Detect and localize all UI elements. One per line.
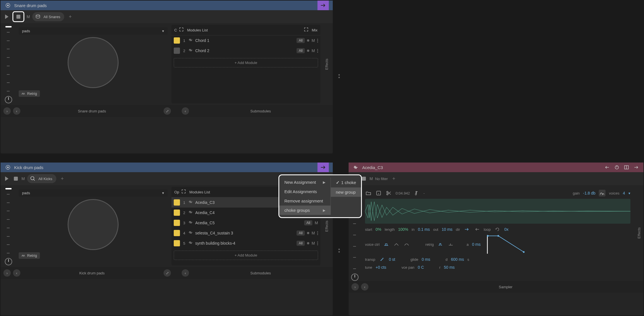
mute-label[interactable]: M: [27, 14, 30, 19]
tune-value[interactable]: +0 cts: [375, 265, 386, 270]
scissors-icon[interactable]: [385, 190, 392, 197]
envelope-display[interactable]: [487, 235, 527, 254]
drum-pad-circle[interactable]: [68, 37, 119, 88]
mute-label[interactable]: M: [22, 176, 25, 181]
module-row-4[interactable]: 4 selesta_C4_sustain 3 All M: [171, 228, 320, 238]
pan-knob[interactable]: [5, 258, 12, 265]
loop-value[interactable]: 0x: [504, 227, 508, 232]
play-icon[interactable]: [3, 13, 10, 20]
module-row-2[interactable]: 2 Chord 2 All M: [171, 46, 320, 56]
grip-icon[interactable]: [317, 39, 318, 42]
sub-back-icon[interactable]: ‹: [182, 269, 189, 277]
pan-knob[interactable]: [351, 274, 359, 281]
d-value[interactable]: 600 ms: [451, 257, 464, 262]
grip-icon[interactable]: [317, 231, 318, 235]
pads-selector[interactable]: pads ▾: [19, 27, 168, 35]
expand-icon[interactable]: [181, 189, 187, 195]
effects-sidebar[interactable]: Effects: [634, 185, 643, 281]
back-arrow-icon[interactable]: [604, 164, 611, 171]
module-row-3[interactable]: 3 Acedia_C5 All M: [171, 218, 320, 228]
power-icon[interactable]: [613, 164, 620, 171]
snare-collapse-arrow[interactable]: [317, 1, 329, 10]
forward-arrow-icon[interactable]: [633, 164, 639, 171]
fader-handle[interactable]: [5, 26, 12, 27]
gain-value[interactable]: -1.8 db: [583, 191, 596, 195]
tag-all-kicks[interactable]: All Kicks: [27, 174, 56, 183]
expand-icon-2[interactable]: [304, 27, 310, 33]
add-module-button[interactable]: + Add Module: [174, 251, 318, 260]
color-swatch[interactable]: [174, 230, 180, 236]
color-swatch[interactable]: [174, 37, 180, 44]
menu-edit-assignments[interactable]: Edit Assignments: [279, 187, 330, 196]
menu-choke-groups[interactable]: choke groups▶: [279, 206, 330, 215]
nav-forward-icon[interactable]: ›: [3, 107, 11, 115]
grip-icon[interactable]: [317, 242, 318, 245]
r-value[interactable]: 50 ms: [444, 265, 455, 270]
retrig-icon-1[interactable]: [437, 241, 444, 248]
retrig-chip[interactable]: Retrig: [19, 252, 40, 259]
waveform-display[interactable]: [365, 199, 630, 224]
menu-remove-assignment[interactable]: Remove assignment: [279, 196, 330, 206]
chevron-down-icon[interactable]: ▾: [628, 191, 630, 195]
module-row-5[interactable]: 5 synth building blocks-4 All M: [171, 238, 320, 248]
pitch-icon[interactable]: [599, 190, 606, 197]
columns-icon[interactable]: [623, 164, 630, 171]
fader-track[interactable]: [5, 29, 12, 94]
length-value[interactable]: 100%: [398, 227, 408, 232]
pads-selector[interactable]: pads ▾: [19, 189, 168, 197]
effects-sidebar[interactable]: Effects: [322, 25, 331, 103]
start-value[interactable]: 0%: [375, 227, 381, 232]
vcepan-value[interactable]: 0 C: [418, 265, 424, 270]
dir-forward-icon[interactable]: [463, 226, 470, 233]
a-value[interactable]: 0 ms: [472, 242, 480, 247]
retrig-chip[interactable]: Retrig: [19, 90, 40, 97]
tag-all-snares[interactable]: All Snares: [32, 12, 64, 21]
sub-back-icon[interactable]: ‹: [182, 107, 189, 115]
color-swatch[interactable]: [174, 199, 180, 206]
in-value[interactable]: 0.1 ms: [418, 227, 430, 232]
color-swatch[interactable]: [174, 240, 180, 246]
kick-collapse-arrow[interactable]: [317, 163, 329, 172]
stop-icon[interactable]: [12, 175, 19, 182]
popout-icon[interactable]: ⤢: [164, 107, 171, 115]
color-swatch[interactable]: [174, 210, 180, 216]
stop-button-selected[interactable]: [12, 11, 24, 22]
out-value[interactable]: 10 ms: [442, 227, 452, 232]
submenu-1-choke[interactable]: ✓1 choke: [331, 178, 361, 187]
retrig-icon-2[interactable]: [447, 241, 454, 248]
voice-ctrl-icon-2[interactable]: [393, 241, 400, 248]
nav-forward-icon[interactable]: ›: [351, 283, 359, 291]
nav-back-icon[interactable]: ‹: [13, 107, 20, 115]
color-swatch[interactable]: [174, 220, 180, 226]
resize-handle[interactable]: [338, 74, 340, 78]
info-icon[interactable]: [375, 190, 382, 197]
fader-handle[interactable]: [5, 188, 12, 189]
popout-icon[interactable]: ⤢: [164, 269, 171, 277]
filter-label[interactable]: No filter: [375, 177, 388, 181]
add-tag-button[interactable]: +: [66, 14, 74, 20]
nav-back-icon[interactable]: ‹: [13, 269, 20, 277]
voice-ctrl-icon-3[interactable]: [403, 241, 410, 248]
nav-forward-icon[interactable]: ›: [3, 269, 11, 277]
color-swatch[interactable]: [174, 48, 180, 54]
menu-new-assignment[interactable]: New Assignment▶: [279, 178, 330, 187]
module-row-1[interactable]: 1 Chord 1 All M: [171, 35, 320, 46]
add-module-button[interactable]: + Add Module: [174, 58, 318, 67]
drum-pad-circle[interactable]: [68, 199, 119, 250]
voice-ctrl-icon-1[interactable]: [383, 241, 390, 248]
add-tag-button[interactable]: +: [59, 176, 66, 182]
transp-value[interactable]: 0 st: [389, 257, 395, 262]
pan-knob[interactable]: [5, 96, 12, 103]
loop-icon[interactable]: [494, 226, 501, 233]
folder-icon[interactable]: [365, 190, 372, 197]
nav-back-icon[interactable]: ‹: [361, 283, 368, 291]
voices-value[interactable]: 4: [623, 191, 625, 195]
add-filter-button[interactable]: +: [390, 176, 398, 182]
play-icon[interactable]: [3, 175, 10, 182]
fader-track[interactable]: [5, 191, 12, 256]
expand-icon[interactable]: [179, 27, 185, 33]
grip-icon[interactable]: [317, 49, 318, 53]
mute-label[interactable]: M: [370, 176, 373, 181]
resize-handle[interactable]: [338, 249, 340, 253]
transp-icon[interactable]: [379, 256, 385, 263]
